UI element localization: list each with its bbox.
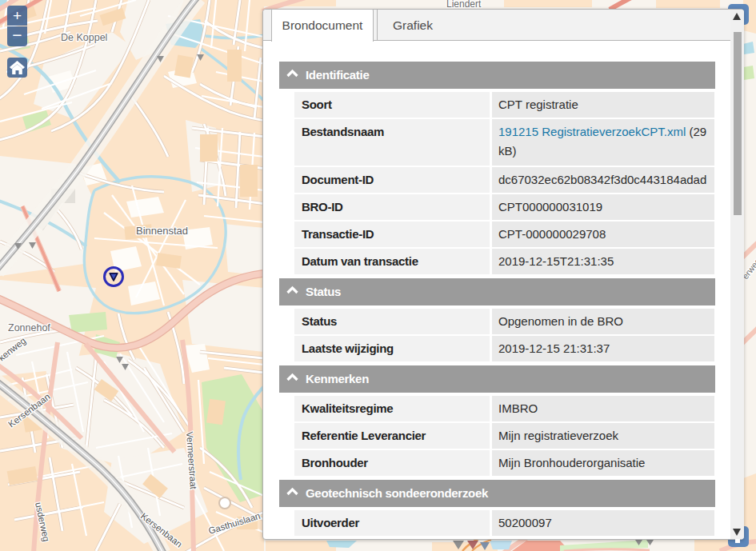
svg-text:Zonnehof: Zonnehof <box>8 322 50 333</box>
svg-text:De Koppel: De Koppel <box>61 32 107 43</box>
svg-text:Binnenstad: Binnenstad <box>136 225 188 237</box>
